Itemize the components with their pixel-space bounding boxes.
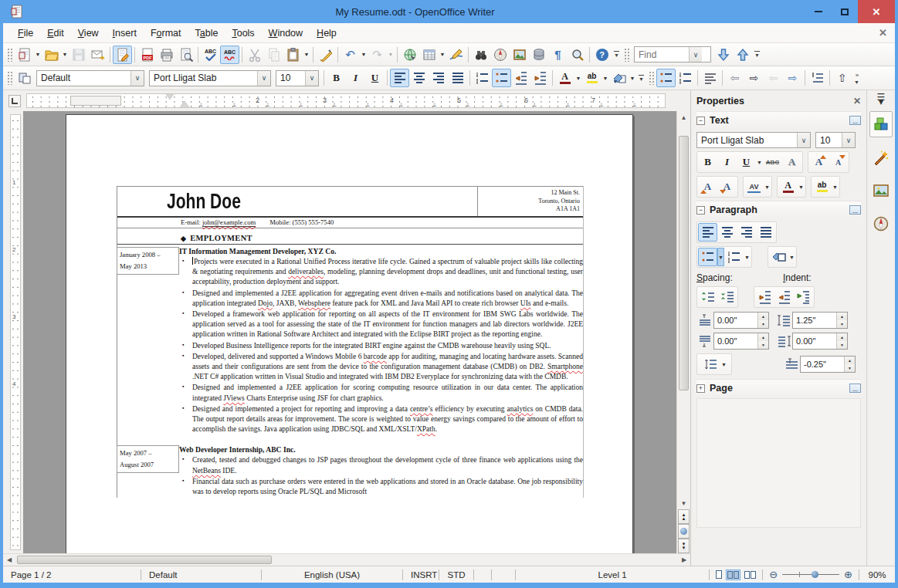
spin-up[interactable]: ▲ (845, 357, 855, 364)
menu-view[interactable]: View (71, 25, 106, 42)
menu-help[interactable]: Help (310, 25, 344, 42)
zoom-slider[interactable] (782, 570, 839, 579)
zoom-out-button[interactable]: ⊖ (769, 569, 778, 580)
copy-button[interactable] (264, 46, 283, 64)
toolbar-overflow[interactable]: ▼ (612, 46, 622, 64)
navigation-button[interactable] (678, 524, 690, 539)
first-line-indent-field[interactable]: -0.25"▲▼ (800, 356, 856, 373)
align-center-button[interactable] (409, 69, 429, 87)
promote-level-button[interactable]: ⇦ (725, 69, 744, 87)
zoom-in-button[interactable]: ⊕ (844, 569, 852, 580)
multi-page-view-button[interactable] (726, 569, 740, 580)
formatting-grip[interactable] (7, 71, 12, 85)
sidebar-bold-button[interactable]: B (698, 153, 717, 171)
para-bullet-dropdown[interactable]: ▼ (717, 248, 724, 266)
para-align-right-button[interactable] (737, 223, 756, 242)
para-background-dropdown[interactable]: ▼ (788, 255, 795, 260)
menu-table[interactable]: Table (188, 25, 225, 42)
sidebar-italic-button[interactable]: I (717, 153, 737, 171)
collapse-icon[interactable]: − (696, 117, 705, 125)
sidebar-font-color-dropdown[interactable]: ▼ (798, 184, 805, 190)
vertical-scroll-thumb[interactable] (679, 136, 689, 390)
document-page[interactable]: John Doe 12 Main St. Toronto, Ontario A1… (66, 114, 633, 553)
scroll-down-arrow[interactable]: ▼ (677, 497, 690, 509)
status-page-style[interactable]: Default (141, 570, 261, 580)
tab-stop-selector[interactable] (8, 95, 21, 107)
spin-down[interactable]: ▼ (758, 341, 768, 349)
status-zoom-percent[interactable]: 90% (859, 570, 895, 580)
print-preview-button[interactable] (176, 46, 195, 64)
tab-properties[interactable] (869, 111, 893, 137)
character-spacing-button[interactable]: AV (744, 177, 764, 196)
move-up-button[interactable]: ⇧ (832, 69, 852, 87)
spin-up[interactable]: ▲ (837, 313, 847, 320)
find-replace-button[interactable] (471, 46, 490, 64)
next-page-button[interactable]: ▼▼ (678, 539, 690, 553)
insert-unnumbered-entry-button[interactable] (808, 69, 827, 87)
styles-panel-button[interactable] (15, 69, 34, 87)
spin-up[interactable]: ▲ (837, 333, 847, 341)
tab-gallery[interactable] (869, 177, 893, 204)
promote-with-subpoints-button[interactable]: ⇦ (764, 69, 783, 87)
zoom-slider-knob[interactable] (812, 571, 818, 578)
horizontal-scrollbar[interactable]: ◀ ▶ (3, 553, 690, 566)
character-spacing-dropdown[interactable]: ▼ (764, 184, 771, 190)
book-view-button[interactable] (744, 571, 756, 579)
italic-button[interactable]: I (346, 69, 365, 87)
formatting-marks-button[interactable]: ¶ (548, 46, 568, 64)
line-spacing-button[interactable] (701, 355, 720, 373)
underline-button[interactable]: U (365, 69, 385, 87)
sidebar-font-name-combo[interactable]: Port Lligat Slab∨ (696, 132, 811, 148)
increase-spacing-button[interactable] (698, 288, 717, 306)
sidebar-font-color-button[interactable]: A (778, 177, 798, 196)
para-align-left-button[interactable] (698, 223, 717, 242)
decrease-spacing-button[interactable] (717, 288, 737, 306)
para-numbered-dropdown[interactable]: ▼ (744, 255, 751, 260)
vertical-ruler[interactable]: 1234 (3, 111, 23, 553)
sidebar-menu-button[interactable]: ☰▾ (877, 95, 886, 104)
bold-button[interactable]: B (327, 69, 346, 87)
sidebar-font-size-combo[interactable]: 10∨ (815, 132, 856, 148)
close-sidebar-deck-button[interactable]: ✕ (853, 96, 861, 106)
text-dialog-launcher[interactable]: … (849, 116, 861, 125)
demote-level-button[interactable]: ⇨ (744, 69, 764, 87)
new-dropdown[interactable]: ▼ (34, 46, 42, 64)
scroll-up-arrow[interactable]: ▲ (677, 111, 690, 123)
status-page-number[interactable]: Page 1 / 2 (3, 570, 141, 580)
navigator-button[interactable] (490, 46, 510, 64)
bullets-toolbar-grip[interactable] (649, 71, 654, 85)
style-combo-arrow[interactable]: ∨ (130, 71, 144, 86)
formatting-overflow[interactable]: ▼ (636, 69, 646, 87)
status-language[interactable]: English (USA) (262, 570, 402, 580)
bullet-list-button[interactable] (492, 69, 511, 87)
sidebar-underline-button[interactable]: U (737, 153, 756, 171)
sidebar-increase-indent-button[interactable] (755, 288, 774, 306)
cut-button[interactable] (245, 46, 264, 64)
para-bullet-list-button[interactable] (698, 248, 717, 266)
find-toolbar-grip[interactable] (624, 48, 629, 62)
close-button[interactable]: ✕ (858, 0, 895, 23)
help-button[interactable]: ? (592, 46, 612, 64)
bullets-toolbar-overflow[interactable]: »▼ (852, 69, 862, 87)
para-align-justify-button[interactable] (756, 223, 775, 242)
size-combo-arrow[interactable]: ∨ (305, 71, 318, 86)
paste-dropdown[interactable]: ▼ (303, 46, 310, 64)
scroll-right-arrow[interactable]: ▶ (678, 556, 690, 563)
autospellcheck-button[interactable]: ABC (220, 46, 239, 64)
page-dialog-launcher[interactable]: … (849, 384, 861, 393)
background-color-button[interactable] (609, 69, 629, 87)
indent-before-field[interactable]: 1.25"▲▼ (792, 312, 848, 329)
decrease-indent-button[interactable] (511, 69, 530, 87)
spin-down[interactable]: ▼ (758, 320, 768, 328)
menu-format[interactable]: Format (144, 25, 188, 42)
line-spacing-dropdown[interactable]: ▼ (720, 362, 727, 367)
maximize-button[interactable] (832, 0, 858, 23)
export-pdf-button[interactable]: PDF (137, 46, 157, 64)
format-paintbrush-button[interactable] (316, 46, 335, 64)
para-align-center-button[interactable] (717, 223, 737, 242)
sidebar-highlight-button[interactable]: ab (812, 177, 832, 196)
para-background-button[interactable] (769, 248, 788, 266)
redo-dropdown[interactable]: ▼ (387, 46, 395, 64)
paste-button[interactable] (283, 46, 303, 64)
find-input[interactable] (635, 49, 689, 60)
